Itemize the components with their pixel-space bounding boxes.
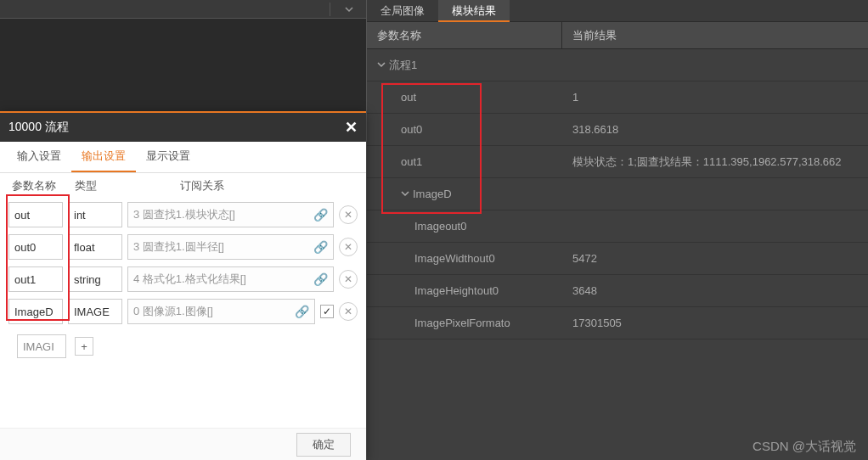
result-row-out0[interactable]: out0 318.6618 — [367, 114, 868, 146]
param-row: 0 图像源1.图像[] 🔗 ✓ ✕ — [0, 295, 366, 328]
header-subscription: 订阅关系 — [139, 178, 366, 194]
delete-icon[interactable]: ✕ — [339, 238, 358, 256]
param-type-input[interactable] — [68, 202, 122, 227]
process-dialog: 10000 流程 ✕ 输入设置 输出设置 显示设置 参数名称 类型 订阅关系 3… — [0, 111, 366, 460]
left-toolbar — [0, 0, 366, 19]
row-name: out1 — [367, 146, 562, 177]
subscription-field[interactable]: 3 圆查找1.模块状态[] 🔗 — [127, 202, 334, 227]
param-name-input[interactable] — [8, 202, 63, 227]
row-value — [562, 210, 868, 242]
param-type-input[interactable] — [68, 266, 122, 292]
subscription-text: 3 圆查找1.圆半径[] — [133, 239, 224, 255]
param-row: 3 圆查找1.圆半径[] 🔗 ✕ — [0, 231, 366, 263]
dialog-column-headers: 参数名称 类型 订阅关系 — [0, 173, 366, 199]
subscription-field[interactable]: 0 图像源1.图像[] 🔗 — [127, 299, 315, 324]
delete-icon[interactable]: ✕ — [339, 270, 358, 289]
chevron-down-icon — [401, 178, 409, 210]
row-name: ImagePixelFormato — [367, 307, 562, 339]
header-type: 类型 — [70, 178, 139, 194]
confirm-button[interactable]: 确定 — [296, 433, 351, 457]
row-name: ImageHeightout0 — [367, 275, 562, 306]
result-row-flow[interactable]: 流程1 — [367, 49, 868, 81]
add-button[interactable]: + — [75, 337, 93, 356]
tab-global-image[interactable]: 全局图像 — [367, 0, 438, 22]
param-row: 3 圆查找1.模块状态[] 🔗 ✕ — [0, 199, 366, 231]
subscription-text: 0 图像源1.图像[] — [133, 304, 213, 319]
result-row-out1[interactable]: out1 模块状态：1;圆查找结果：1111.395,1962.577,318.… — [367, 146, 868, 178]
row-name: ImageWidthout0 — [367, 243, 562, 274]
link-icon[interactable]: 🔗 — [313, 240, 328, 254]
dialog-footer: 确定 — [0, 428, 366, 460]
row-name: out0 — [367, 114, 562, 145]
delete-icon[interactable]: ✕ — [339, 205, 358, 224]
delete-icon[interactable]: ✕ — [339, 302, 358, 321]
right-tabs: 全局图像 模块结果 — [367, 0, 868, 22]
result-row-out[interactable]: out 1 — [367, 81, 868, 114]
tab-input-settings[interactable]: 输入设置 — [7, 142, 71, 172]
dialog-tabs: 输入设置 输出设置 显示设置 — [0, 142, 366, 173]
param-row: 4 格式化1.格式化结果[] 🔗 ✕ — [0, 263, 366, 295]
param-name-input[interactable] — [8, 266, 63, 292]
new-param-row: + — [0, 328, 366, 362]
watermark: CSDN @大话视觉 — [752, 439, 856, 455]
result-row-imagep[interactable]: ImagePixelFormato 17301505 — [367, 307, 868, 339]
dialog-titlebar: 10000 流程 ✕ — [0, 113, 366, 142]
close-icon[interactable]: ✕ — [345, 118, 358, 137]
row-value: 模块状态：1;圆查找结果：1111.395,1962.577,318.662 — [562, 146, 868, 177]
subscription-field[interactable]: 4 格式化1.格式化结果[] 🔗 — [127, 266, 334, 292]
row-name: Imageout0 — [367, 210, 562, 242]
toolbar-divider — [330, 3, 330, 16]
row-value: 3648 — [562, 275, 868, 306]
chevron-down-icon[interactable] — [344, 4, 354, 17]
subscription-text: 3 圆查找1.模块状态[] — [133, 207, 235, 222]
tab-output-settings[interactable]: 输出设置 — [71, 142, 136, 172]
flow-label: 流程1 — [389, 49, 417, 81]
tab-display-settings[interactable]: 显示设置 — [136, 142, 200, 172]
checkbox-icon[interactable]: ✓ — [320, 305, 334, 318]
dialog-title-text: 10000 流程 — [8, 120, 69, 135]
result-header: 参数名称 当前结果 — [367, 22, 868, 49]
header-param-name: 参数名称 — [0, 178, 70, 194]
subscription-text: 4 格式化1.格式化结果[] — [133, 272, 246, 287]
header-current-result: 当前结果 — [562, 22, 868, 48]
result-row-imageh[interactable]: ImageHeightout0 3648 — [367, 275, 868, 307]
new-param-input[interactable] — [17, 334, 66, 358]
right-panel: 全局图像 模块结果 参数名称 当前结果 流程1 out 1 out0 318.6… — [366, 0, 868, 460]
row-value: 17301505 — [562, 307, 868, 339]
result-row-imageout0[interactable]: Imageout0 — [367, 210, 868, 243]
link-icon[interactable]: 🔗 — [313, 272, 328, 286]
link-icon[interactable]: 🔗 — [313, 208, 328, 222]
row-name: ImageD — [413, 178, 452, 210]
result-row-imaged[interactable]: ImageD — [367, 178, 868, 210]
link-icon[interactable]: 🔗 — [295, 305, 309, 318]
param-name-input[interactable] — [8, 234, 63, 260]
header-param-name: 参数名称 — [367, 22, 562, 48]
row-value: 5472 — [562, 243, 868, 274]
result-body: 流程1 out 1 out0 318.6618 out1 模块状态：1;圆查找结… — [367, 49, 868, 339]
row-value: 1 — [562, 81, 868, 113]
chevron-down-icon — [377, 49, 386, 81]
result-row-imagew[interactable]: ImageWidthout0 5472 — [367, 243, 868, 275]
param-type-input[interactable] — [68, 234, 122, 260]
row-name: out — [367, 81, 562, 113]
tab-module-result[interactable]: 模块结果 — [438, 0, 510, 22]
row-value: 318.6618 — [562, 114, 868, 145]
param-name-input[interactable] — [8, 299, 63, 324]
param-type-input[interactable] — [68, 299, 122, 324]
subscription-field[interactable]: 3 圆查找1.圆半径[] 🔗 — [127, 234, 334, 260]
